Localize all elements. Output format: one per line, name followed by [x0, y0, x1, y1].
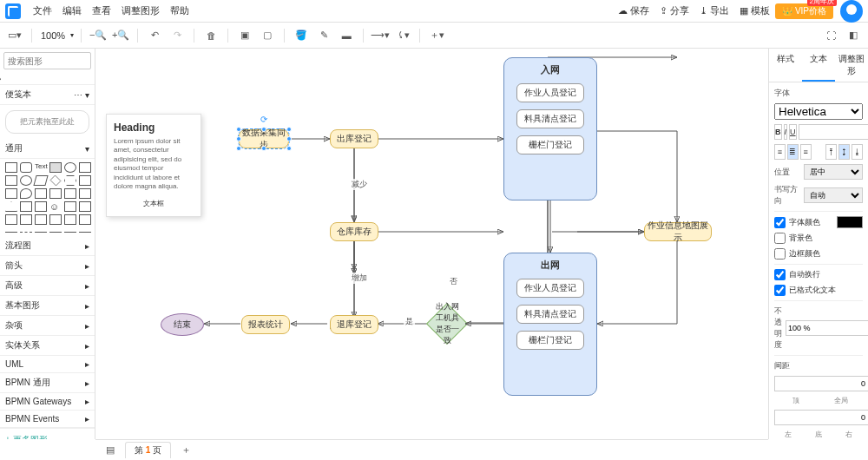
shape[interactable]	[79, 188, 91, 199]
align-right-button[interactable]: ≡	[800, 144, 812, 160]
search-input[interactable]	[3, 52, 91, 69]
shape-arrow2[interactable]	[49, 227, 62, 233]
font-color-check[interactable]	[774, 217, 786, 228]
direction-select[interactable]: 自动	[804, 187, 863, 203]
font-select[interactable]: Helvetica	[774, 103, 863, 120]
cat-er[interactable]: 实体关系▸	[0, 336, 95, 356]
fullscreen-button[interactable]: ⛶	[821, 26, 840, 45]
action-save[interactable]: ☁保存	[613, 4, 654, 17]
action-export[interactable]: ⤓导出	[694, 4, 734, 17]
zoom-in-button[interactable]: +🔍	[111, 26, 130, 45]
menu-help[interactable]: 帮助	[165, 4, 194, 17]
node-report[interactable]: 报表统计	[241, 315, 290, 334]
waypoint-button[interactable]: ⤹▾	[393, 26, 412, 45]
valign-bottom-button[interactable]: ⭳	[852, 144, 863, 160]
app-logo[interactable]	[5, 3, 21, 19]
node-out-reg[interactable]: 出库登记	[330, 129, 378, 148]
font-color-swatch[interactable]	[837, 216, 863, 228]
underline-button[interactable]: U	[789, 124, 797, 140]
add-page-button[interactable]: ＋	[176, 441, 195, 460]
node-collect[interactable]: 数据采集同步 ⟳	[239, 129, 289, 148]
spacing-left[interactable]	[774, 410, 868, 425]
shape[interactable]	[64, 214, 76, 225]
shape[interactable]	[35, 201, 47, 212]
node-decision[interactable]: 出入网工机具是否一致	[426, 303, 468, 345]
shape[interactable]	[79, 214, 91, 225]
shape[interactable]	[35, 214, 47, 225]
section-scratchpad[interactable]: 便笺本⋯ ▾	[0, 85, 95, 105]
shape[interactable]	[49, 188, 62, 199]
align-left-button[interactable]: ≡	[774, 144, 786, 160]
section-general[interactable]: 通用▾	[0, 139, 95, 159]
node-end[interactable]: 结束	[161, 313, 204, 336]
tab-style[interactable]: 样式	[769, 49, 802, 82]
action-template[interactable]: ▦模板	[734, 4, 775, 17]
cat-misc[interactable]: 杂项▸	[0, 316, 95, 336]
valign-top-button[interactable]: ⭱	[825, 144, 837, 160]
page-tab-1[interactable]: 第 1 页	[125, 442, 171, 458]
more-shapes-link[interactable]: + 更多图形...	[0, 428, 95, 439]
zoom-dropdown-icon[interactable]: ▾	[70, 31, 74, 39]
cat-flowchart[interactable]: 流程图▸	[0, 236, 95, 256]
shape[interactable]	[20, 201, 32, 212]
cat-arrows[interactable]: 箭头▸	[0, 256, 95, 276]
shape[interactable]	[5, 214, 17, 225]
shape-line[interactable]	[5, 227, 17, 233]
scratchpad-drop[interactable]: 把元素拖至此处	[5, 110, 89, 134]
cat-basic[interactable]: 基本图形▸	[0, 296, 95, 316]
redo-button[interactable]: ↷	[168, 26, 187, 45]
zoom-value[interactable]: 100%	[39, 30, 67, 41]
shadow-button[interactable]: ▬	[337, 26, 356, 45]
bg-color-check[interactable]	[774, 233, 786, 244]
sticky-note[interactable]: Heading Lorem ipsum dolor sit amet, cons…	[106, 114, 201, 217]
shape-actor[interactable]: ☺	[49, 201, 62, 212]
font-size-input[interactable]	[799, 124, 868, 140]
undo-button[interactable]: ↶	[145, 26, 164, 45]
border-color-check[interactable]	[774, 248, 786, 260]
shape[interactable]	[35, 188, 47, 199]
menu-view[interactable]: 查看	[87, 4, 116, 17]
shape-arrow[interactable]	[35, 227, 47, 233]
shape-text[interactable]: Text	[35, 162, 47, 173]
page-setup-button[interactable]: ▭▾	[5, 26, 24, 45]
shape-diamond[interactable]	[33, 175, 48, 186]
shape[interactable]	[5, 175, 17, 186]
cat-bpmn-ev[interactable]: BPMN Events▸	[0, 411, 95, 428]
shape[interactable]	[49, 214, 62, 225]
shape[interactable]	[64, 201, 76, 212]
node-in3[interactable]: 栅栏门登记	[516, 135, 584, 154]
shape-textbox[interactable]	[49, 162, 62, 173]
group-out-net[interactable]: 出网 作业人员登记 料具清点登记 栅栏门登记	[503, 253, 597, 396]
menu-arrange[interactable]: 调整图形	[116, 4, 165, 17]
shape-circle[interactable]	[20, 175, 32, 186]
fill-color-button[interactable]: 🪣	[292, 26, 311, 45]
shape-rect[interactable]	[5, 162, 17, 173]
bold-button[interactable]: B	[774, 124, 782, 140]
shape-connector[interactable]	[64, 227, 76, 233]
connection-button[interactable]: ⟶▾	[371, 26, 390, 45]
node-out2[interactable]: 料具清点登记	[516, 305, 584, 324]
opacity-input[interactable]	[786, 320, 868, 336]
node-stock[interactable]: 仓库库存	[330, 222, 378, 241]
shape[interactable]	[20, 214, 32, 225]
group-in-net[interactable]: 入网 作业人员登记 料具清点登记 栅栏门登记	[503, 57, 597, 200]
pages-menu-button[interactable]: ▤	[101, 441, 120, 460]
tab-text[interactable]: 文本	[802, 49, 835, 82]
shape[interactable]	[79, 175, 91, 186]
node-out3[interactable]: 栅栏门登记	[516, 331, 584, 350]
action-share[interactable]: ⇪分享	[654, 4, 694, 17]
shape-square[interactable]	[79, 162, 91, 173]
shape[interactable]	[79, 201, 91, 212]
avatar[interactable]	[840, 0, 863, 23]
tab-arrange[interactable]: 调整图形	[835, 49, 868, 82]
node-out1[interactable]: 作业人员登记	[516, 279, 584, 298]
menu-file[interactable]: 文件	[28, 4, 57, 17]
valign-middle-button[interactable]: ⭥	[838, 144, 850, 160]
shape-rhombus[interactable]	[50, 175, 62, 187]
menu-edit[interactable]: 编辑	[57, 4, 87, 17]
wrap-check[interactable]	[774, 269, 786, 280]
cat-advanced[interactable]: 高级▸	[0, 276, 95, 296]
shape-triangle[interactable]	[5, 201, 17, 212]
insert-button[interactable]: ＋▾	[427, 26, 446, 45]
to-back-button[interactable]: ▢	[258, 26, 277, 45]
